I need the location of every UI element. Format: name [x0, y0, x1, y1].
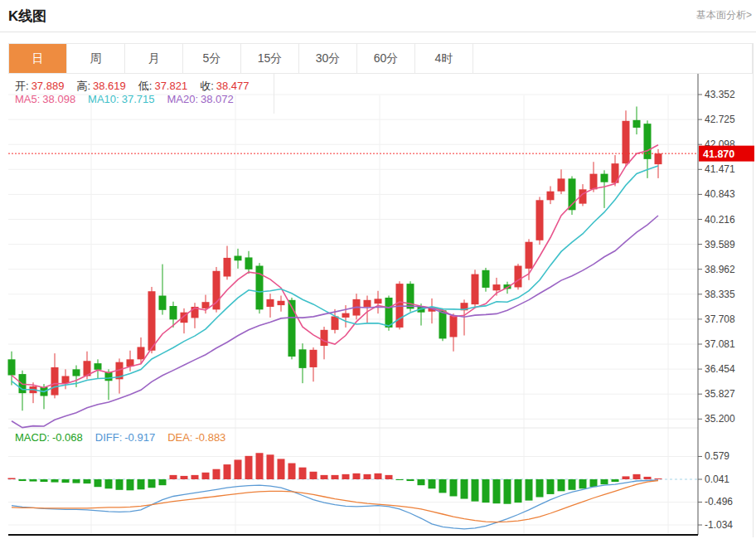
- tab-60分[interactable]: 60分: [357, 44, 415, 73]
- svg-text:35.827: 35.827: [705, 388, 735, 400]
- tab-周[interactable]: 周: [67, 44, 125, 73]
- legend-macd-item: MACD:-0.068: [15, 431, 83, 444]
- ma-legend: MA5:38.098MA10:37.715MA20:38.072: [15, 93, 246, 105]
- svg-text:40.216: 40.216: [705, 214, 735, 226]
- svg-text:39.589: 39.589: [705, 239, 735, 250]
- legend-ohlc-item: 收:38.477: [200, 79, 249, 94]
- legend-ma-item: MA20:38.072: [167, 93, 233, 105]
- legend-divider: [274, 74, 274, 114]
- legend-macd-item: DEA:-0.883: [167, 431, 225, 444]
- y-axis: 43.35242.72542.09841.47140.84340.21639.5…: [698, 43, 754, 537]
- svg-text:37.708: 37.708: [705, 313, 735, 325]
- legend-ohlc-item: 低:37.821: [138, 79, 187, 94]
- svg-text:0.579: 0.579: [705, 450, 729, 462]
- svg-text:-1.034: -1.034: [705, 519, 733, 531]
- svg-text:42.725: 42.725: [705, 114, 735, 125]
- legend-ohlc-item: 开:37.889: [15, 79, 64, 94]
- chart-bottom-border: [8, 534, 698, 536]
- legend-ohlc-item: 高:38.619: [76, 79, 125, 94]
- current-price-tag: 41.870: [699, 146, 754, 162]
- ma10-line: [12, 166, 658, 391]
- svg-text:36.454: 36.454: [705, 363, 735, 375]
- svg-text:38.962: 38.962: [705, 264, 735, 275]
- tab-日[interactable]: 日: [9, 44, 67, 73]
- legend-ma-item: MA5:38.098: [15, 93, 75, 105]
- tab-row-filler: [473, 44, 752, 73]
- legend-macd-item: DIFF:-0.917: [95, 431, 155, 444]
- svg-text:-0.496: -0.496: [705, 496, 733, 507]
- ohlc-legend: 开:37.889高:38.619低:37.821收:38.477: [15, 79, 262, 94]
- period-tabs: 日周月5分15分30分60分4时: [8, 43, 753, 74]
- svg-text:43.352: 43.352: [705, 89, 735, 100]
- svg-text:38.335: 38.335: [705, 289, 735, 300]
- svg-text:35.200: 35.200: [705, 413, 735, 425]
- macd-legend: MACD:-0.068DIFF:-0.917DEA:-0.883: [15, 431, 238, 444]
- svg-text:41.471: 41.471: [705, 163, 735, 175]
- candles-layer: [8, 106, 662, 410]
- tab-月[interactable]: 月: [125, 44, 183, 73]
- svg-text:41.870: 41.870: [703, 148, 734, 160]
- svg-text:0.041: 0.041: [705, 473, 729, 485]
- tab-15分[interactable]: 15分: [241, 44, 299, 73]
- tab-5分[interactable]: 5分: [183, 44, 241, 73]
- svg-text:40.843: 40.843: [705, 188, 735, 200]
- svg-text:37.081: 37.081: [705, 338, 735, 350]
- tab-30分[interactable]: 30分: [299, 44, 357, 73]
- legend-ma-item: MA10:37.715: [88, 93, 154, 105]
- macd-histogram: [8, 453, 662, 503]
- tab-4时[interactable]: 4时: [415, 44, 473, 73]
